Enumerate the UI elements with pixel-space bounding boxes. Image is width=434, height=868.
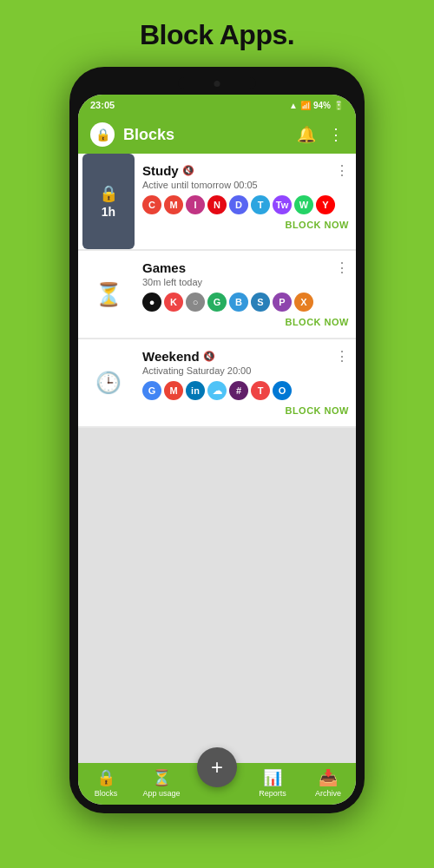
block-now-btn-games[interactable]: BLOCK NOW	[285, 317, 349, 327]
status-icons: ▲ 📶 94% 🔋	[289, 101, 344, 110]
app-icons-games: ● K ○ G B S P X	[142, 293, 349, 312]
app-game5: X	[294, 293, 313, 312]
block-now-row-games: BLOCK NOW	[142, 317, 349, 327]
app-netflix: N	[207, 195, 227, 214]
app-onedrive: O	[273, 381, 292, 400]
app-game2: B	[229, 293, 248, 312]
active-block-icon: 🔒 1h	[82, 154, 135, 249]
block-status-study: Active until tomorrow 00:05	[142, 180, 349, 190]
app-linkedin: in	[186, 381, 205, 400]
block-name-study: Study 🔇	[142, 163, 194, 178]
app-todoist: T	[251, 381, 270, 400]
block-header-weekend: Weekend 🔇 ⋮	[142, 348, 349, 365]
app-chrome: C	[142, 195, 161, 214]
mute-icon-study: 🔇	[182, 165, 194, 176]
app-gmail: M	[164, 195, 183, 214]
block-now-row-study: BLOCK NOW	[142, 220, 349, 230]
app-gdrive: G	[142, 381, 161, 400]
app-cloud: ☁	[207, 381, 227, 400]
more-icon-study[interactable]: ⋮	[335, 162, 349, 179]
app-game3: S	[251, 293, 270, 312]
app-icons-weekend: G M in ☁ # T O	[142, 381, 349, 400]
app-game4: P	[273, 293, 292, 312]
nav-app-usage-icon: ⏳	[152, 768, 171, 787]
block-left-games: ⏳	[78, 251, 139, 338]
page-title: Block Apps.	[140, 19, 294, 51]
phone-notch-bar	[78, 76, 356, 95]
app-kitty: K	[164, 293, 183, 312]
block-name-weekend: Weekend 🔇	[142, 349, 215, 364]
block-header-games: Games ⋮	[142, 260, 349, 276]
mute-icon-weekend: 🔇	[203, 351, 215, 362]
status-bar: 23:05 ▲ 📶 94% 🔋	[78, 95, 356, 115]
block-name-games: Games	[142, 260, 186, 275]
block-left-study: 🔒 1h	[78, 154, 139, 249]
status-time: 23:05	[90, 100, 115, 110]
app-icons-study: C M I N D T Tw W Y	[142, 195, 349, 214]
camera-dot	[214, 81, 220, 87]
nav-reports-icon: 📊	[263, 768, 282, 787]
block-left-weekend: 🕒	[78, 339, 139, 426]
nav-blocks-icon: 🔒	[96, 768, 115, 787]
app-bar-actions: 🔔 ⋮	[297, 125, 344, 144]
block-card-study: 🔒 1h Study 🔇 ⋮ Active until tomorrow 00:…	[78, 154, 356, 249]
bottom-nav: 🔒 Blocks ⏳ App usage + 📊 Reports 📥 Archi…	[78, 763, 356, 805]
nav-archive-icon: 📥	[319, 768, 338, 787]
block-now-btn-weekend[interactable]: BLOCK NOW	[285, 405, 349, 416]
nav-item-app-usage[interactable]: ⏳ App usage	[134, 768, 189, 798]
block-status-games: 30m left today	[142, 277, 349, 287]
more-icon-weekend[interactable]: ⋮	[335, 348, 349, 365]
block-right-games: Games ⋮ 30m left today ● K ○ G B S P X	[139, 251, 356, 338]
app-gmail2: M	[164, 381, 183, 400]
block-now-row-weekend: BLOCK NOW	[142, 405, 349, 416]
notification-icon[interactable]: 🔔	[297, 125, 316, 144]
nav-item-archive[interactable]: 📥 Archive	[300, 768, 356, 798]
lock-app-icon: 🔒	[95, 128, 110, 141]
app-bar-title: Blocks	[123, 126, 288, 144]
app-twitch: Tw	[273, 195, 292, 214]
signal-icon: 📶	[300, 101, 311, 110]
app-circle: ○	[186, 293, 205, 312]
nav-blocks-label: Blocks	[95, 789, 118, 798]
nav-item-blocks[interactable]: 🔒 Blocks	[78, 768, 134, 798]
block-card-games: ⏳ Games ⋮ 30m left today ● K ○	[78, 251, 356, 338]
content-area: 🔒 1h Study 🔇 ⋮ Active until tomorrow 00:…	[78, 154, 356, 763]
nav-app-usage-label: App usage	[142, 789, 180, 798]
overflow-menu-icon[interactable]: ⋮	[328, 125, 344, 144]
app-youtube: Y	[316, 195, 335, 214]
nav-reports-label: Reports	[259, 789, 286, 798]
lock-icon: 🔒	[99, 184, 118, 203]
hourglass-icon: ⏳	[95, 281, 122, 308]
nav-archive-label: Archive	[315, 789, 341, 798]
phone-screen: 23:05 ▲ 📶 94% 🔋 🔒 Blocks 🔔 ⋮	[78, 95, 356, 805]
app-whatsapp: W	[294, 195, 313, 214]
block-status-weekend: Activating Saturday 20:00	[142, 365, 349, 376]
battery-text: 94%	[313, 101, 331, 110]
app-black: ●	[142, 293, 161, 312]
app-bar: 🔒 Blocks 🔔 ⋮	[78, 115, 356, 154]
hourglass-block-icon: ⏳	[95, 281, 122, 308]
nav-item-reports[interactable]: 📊 Reports	[245, 768, 300, 798]
app-telegram: T	[251, 195, 270, 214]
app-bar-logo: 🔒	[90, 122, 115, 147]
block-right-study: Study 🔇 ⋮ Active until tomorrow 00:05 C …	[139, 154, 356, 249]
clock-icon: 🕒	[95, 371, 122, 395]
time-label-study: 1h	[102, 205, 115, 219]
more-icon-games[interactable]: ⋮	[335, 260, 349, 276]
app-slack: #	[229, 381, 248, 400]
block-card-weekend: 🕒 Weekend 🔇 ⋮ Activating Saturday 20:00 …	[78, 339, 356, 426]
app-instagram: I	[186, 195, 205, 214]
app-discord: D	[229, 195, 248, 214]
phone-wrapper: 23:05 ▲ 📶 94% 🔋 🔒 Blocks 🔔 ⋮	[69, 67, 365, 813]
block-header-study: Study 🔇 ⋮	[142, 162, 349, 179]
block-now-btn-study[interactable]: BLOCK NOW	[285, 220, 349, 230]
block-right-weekend: Weekend 🔇 ⋮ Activating Saturday 20:00 G …	[139, 339, 356, 426]
empty-area	[78, 428, 356, 763]
app-game1: G	[207, 293, 227, 312]
wifi-icon: ▲	[289, 101, 298, 110]
clock-block-icon: 🕒	[95, 371, 122, 395]
fab-button[interactable]: +	[197, 747, 237, 787]
battery-icon: 🔋	[333, 101, 344, 110]
